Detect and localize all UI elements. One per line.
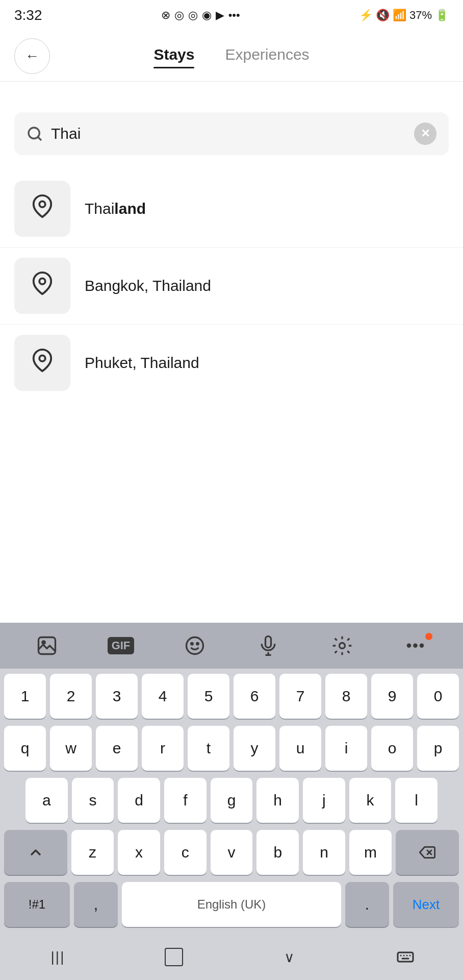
key-3[interactable]: 3 <box>96 674 138 719</box>
nav-back-gesture[interactable]: ||| <box>38 942 79 972</box>
key-o[interactable]: o <box>371 726 413 771</box>
svg-point-8 <box>191 643 193 645</box>
sticker-toolbar-btn[interactable] <box>27 629 67 663</box>
keyboard-icon <box>396 948 415 966</box>
key-shift[interactable] <box>4 830 67 875</box>
key-t[interactable]: t <box>188 726 229 771</box>
key-1[interactable]: 1 <box>4 674 46 719</box>
key-n[interactable]: n <box>303 830 345 875</box>
nav-header: ← Stays Experiences <box>0 31 463 82</box>
chevron-down-icon: ∨ <box>284 949 295 966</box>
clear-icon: ✕ <box>421 128 430 139</box>
key-b[interactable]: b <box>256 830 299 875</box>
status-bar: 3:32 ⊗ ◎ ◎ ◉ ▶ ••• ⚡ 🔇 📶 37% 🔋 <box>0 0 463 31</box>
svg-rect-10 <box>266 636 271 648</box>
back-button[interactable]: ← <box>14 38 50 74</box>
result-text-bangkok: Bangkok, Thailand <box>85 277 211 295</box>
home-square-icon <box>165 948 183 966</box>
settings-toolbar-btn[interactable] <box>322 629 363 663</box>
results-list: Thailand Bangkok, Thailand Phuket, Thai <box>0 165 463 406</box>
key-e[interactable]: e <box>96 726 138 771</box>
result-text-thailand: Thailand <box>85 200 146 217</box>
key-8[interactable]: 8 <box>325 674 367 719</box>
keyboard-asdf-row: a s d f g h j k l <box>0 773 463 825</box>
key-c[interactable]: c <box>164 830 207 875</box>
status-time: 3:32 <box>14 7 42 23</box>
result-text-phuket: Phuket, Thailand <box>85 354 199 372</box>
more-dots-icon: ••• <box>228 9 240 22</box>
mic-toolbar-btn[interactable] <box>248 629 289 663</box>
key-y[interactable]: y <box>234 726 275 771</box>
svg-rect-5 <box>39 638 56 654</box>
search-input[interactable]: Thai <box>51 125 406 142</box>
gif-toolbar-btn[interactable]: GIF <box>100 629 141 663</box>
key-p[interactable]: p <box>417 726 459 771</box>
key-next[interactable]: Next <box>393 882 459 927</box>
key-s[interactable]: s <box>72 778 114 823</box>
key-i[interactable]: i <box>325 726 367 771</box>
key-v[interactable]: v <box>211 830 253 875</box>
key-q[interactable]: q <box>4 726 46 771</box>
search-bar[interactable]: Thai ✕ <box>14 112 449 155</box>
more-dots-label: ••• <box>406 637 426 654</box>
svg-point-13 <box>339 643 345 649</box>
svg-point-3 <box>39 278 45 284</box>
keyboard-toolbar: GIF ••• <box>0 623 463 669</box>
key-r[interactable]: r <box>142 726 184 771</box>
more-toolbar-btn[interactable]: ••• <box>396 629 436 663</box>
result-item-thailand[interactable]: Thailand <box>0 170 463 248</box>
location-icon-wrap <box>14 181 70 237</box>
svg-point-9 <box>196 643 198 645</box>
key-comma[interactable]: , <box>74 882 118 927</box>
key-d[interactable]: d <box>118 778 160 823</box>
key-m[interactable]: m <box>349 830 392 875</box>
mute-icon: 🔇 <box>376 9 390 22</box>
key-4[interactable]: 4 <box>142 674 184 719</box>
svg-point-6 <box>42 641 45 644</box>
location-icon-wrap-3 <box>14 335 70 391</box>
chrome-icon: ◉ <box>202 9 212 22</box>
notification-dot <box>425 633 432 640</box>
key-0[interactable]: 0 <box>417 674 459 719</box>
nav-tabs: Stays Experiences <box>153 46 309 66</box>
svg-point-4 <box>39 355 45 361</box>
key-symbols[interactable]: !#1 <box>4 882 70 927</box>
result-item-phuket[interactable]: Phuket, Thailand <box>0 325 463 401</box>
key-u[interactable]: u <box>279 726 321 771</box>
key-9[interactable]: 9 <box>371 674 413 719</box>
status-icons: ⊗ ◎ ◎ ◉ ▶ ••• <box>161 9 240 22</box>
key-x[interactable]: x <box>118 830 160 875</box>
key-6[interactable]: 6 <box>234 674 275 719</box>
clear-button[interactable]: ✕ <box>414 122 436 145</box>
key-f[interactable]: f <box>164 778 207 823</box>
tab-experiences[interactable]: Experiences <box>225 46 309 66</box>
emoji-toolbar-btn[interactable] <box>174 629 215 663</box>
key-2[interactable]: 2 <box>50 674 92 719</box>
key-w[interactable]: w <box>50 726 92 771</box>
svg-line-1 <box>38 137 41 140</box>
location-pin-icon <box>31 194 54 223</box>
nav-keyboard-toggle[interactable] <box>385 942 426 972</box>
key-5[interactable]: 5 <box>188 674 229 719</box>
key-h[interactable]: h <box>256 778 299 823</box>
gif-label: GIF <box>108 637 135 654</box>
key-backspace[interactable] <box>396 830 459 875</box>
search-icon <box>27 126 43 142</box>
tab-stays[interactable]: Stays <box>153 46 194 66</box>
key-7[interactable]: 7 <box>279 674 321 719</box>
key-space[interactable]: English (UK) <box>122 882 341 927</box>
key-a[interactable]: a <box>25 778 68 823</box>
keyboard-bottom-row: !#1 , English (UK) . Next <box>0 877 463 934</box>
key-z[interactable]: z <box>71 830 114 875</box>
battery-icon: 🔋 <box>435 9 449 22</box>
key-j[interactable]: j <box>303 778 345 823</box>
key-period[interactable]: . <box>345 882 389 927</box>
key-g[interactable]: g <box>211 778 253 823</box>
result-item-bangkok[interactable]: Bangkok, Thailand <box>0 248 463 325</box>
key-l[interactable]: l <box>395 778 438 823</box>
battery-text: 37% <box>409 9 432 22</box>
nav-recents[interactable]: ∨ <box>269 942 310 972</box>
nav-home[interactable] <box>153 942 194 972</box>
key-k[interactable]: k <box>349 778 392 823</box>
svg-point-7 <box>186 638 203 654</box>
